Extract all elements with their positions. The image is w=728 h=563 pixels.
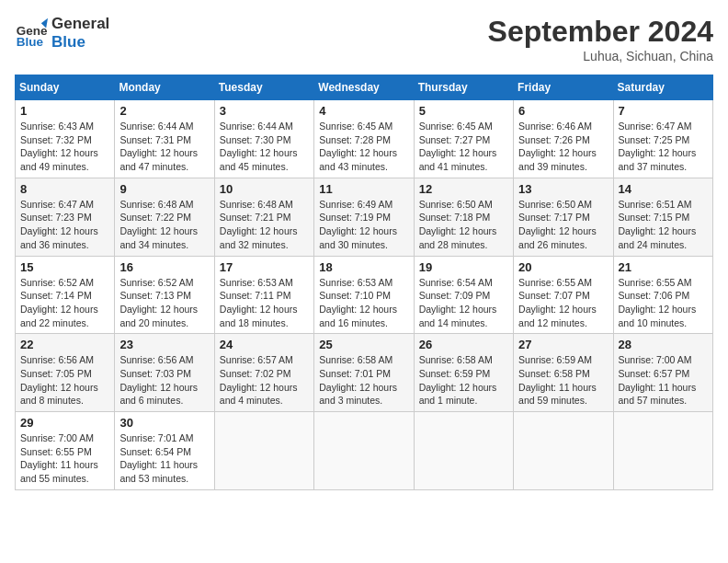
day-cell-27: 27Sunrise: 6:59 AMSunset: 6:58 PMDayligh…	[514, 334, 613, 412]
day-info: Sunrise: 6:43 AMSunset: 7:32 PMDaylight:…	[20, 120, 109, 174]
logo-blue: Blue	[51, 33, 109, 52]
day-info: Sunrise: 7:01 AMSunset: 6:54 PMDaylight:…	[119, 431, 209, 486]
col-header-sunday: Sunday	[16, 75, 115, 100]
day-number: 13	[518, 182, 608, 196]
day-info: Sunrise: 6:50 AMSunset: 7:18 PMDaylight:…	[419, 198, 508, 252]
day-info: Sunrise: 6:52 AMSunset: 7:13 PMDaylight:…	[119, 276, 209, 330]
day-cell-26: 26Sunrise: 6:58 AMSunset: 6:59 PMDayligh…	[414, 334, 513, 412]
col-header-thursday: Thursday	[414, 75, 513, 100]
day-number: 22	[20, 338, 109, 351]
day-number: 19	[419, 260, 508, 274]
empty-cell	[314, 412, 414, 490]
day-number: 9	[119, 182, 209, 196]
calendar-row: 15Sunrise: 6:52 AMSunset: 7:14 PMDayligh…	[16, 256, 713, 334]
day-cell-4: 4Sunrise: 6:45 AMSunset: 7:28 PMDaylight…	[314, 100, 414, 178]
month-title: September 2024	[488, 15, 713, 49]
day-cell-15: 15Sunrise: 6:52 AMSunset: 7:14 PMDayligh…	[16, 256, 115, 334]
day-cell-6: 6Sunrise: 6:46 AMSunset: 7:26 PMDaylight…	[514, 100, 613, 178]
col-header-tuesday: Tuesday	[214, 75, 313, 100]
day-number: 23	[119, 338, 209, 351]
day-info: Sunrise: 6:45 AMSunset: 7:27 PMDaylight:…	[419, 120, 508, 174]
day-info: Sunrise: 6:53 AMSunset: 7:11 PMDaylight:…	[220, 276, 309, 330]
day-cell-3: 3Sunrise: 6:44 AMSunset: 7:30 PMDaylight…	[214, 100, 313, 178]
day-number: 28	[619, 338, 708, 351]
day-cell-22: 22Sunrise: 6:56 AMSunset: 7:05 PMDayligh…	[16, 334, 115, 412]
day-number: 10	[220, 182, 309, 196]
day-cell-16: 16Sunrise: 6:52 AMSunset: 7:13 PMDayligh…	[115, 256, 214, 334]
day-cell-17: 17Sunrise: 6:53 AMSunset: 7:11 PMDayligh…	[214, 256, 313, 334]
logo: General Blue General Blue	[15, 15, 109, 52]
empty-cell	[414, 412, 513, 490]
logo-icon: General Blue	[15, 17, 48, 50]
day-cell-5: 5Sunrise: 6:45 AMSunset: 7:27 PMDaylight…	[414, 100, 513, 178]
day-cell-9: 9Sunrise: 6:48 AMSunset: 7:22 PMDaylight…	[115, 178, 214, 256]
day-cell-23: 23Sunrise: 6:56 AMSunset: 7:03 PMDayligh…	[115, 334, 214, 412]
day-info: Sunrise: 6:58 AMSunset: 7:01 PMDaylight:…	[319, 353, 408, 408]
day-info: Sunrise: 6:53 AMSunset: 7:10 PMDaylight:…	[319, 276, 408, 330]
day-cell-24: 24Sunrise: 6:57 AMSunset: 7:02 PMDayligh…	[214, 334, 313, 412]
day-cell-30: 30Sunrise: 7:01 AMSunset: 6:54 PMDayligh…	[115, 412, 214, 490]
day-number: 29	[20, 416, 109, 430]
day-cell-13: 13Sunrise: 6:50 AMSunset: 7:17 PMDayligh…	[514, 178, 613, 256]
day-info: Sunrise: 6:50 AMSunset: 7:17 PMDaylight:…	[518, 198, 608, 252]
day-info: Sunrise: 6:48 AMSunset: 7:21 PMDaylight:…	[220, 198, 309, 252]
day-info: Sunrise: 6:49 AMSunset: 7:19 PMDaylight:…	[319, 198, 408, 252]
day-info: Sunrise: 6:51 AMSunset: 7:15 PMDaylight:…	[619, 198, 708, 252]
day-cell-10: 10Sunrise: 6:48 AMSunset: 7:21 PMDayligh…	[214, 178, 313, 256]
day-number: 17	[220, 260, 309, 274]
day-cell-28: 28Sunrise: 7:00 AMSunset: 6:57 PMDayligh…	[613, 334, 712, 412]
day-info: Sunrise: 6:56 AMSunset: 7:03 PMDaylight:…	[119, 353, 209, 408]
day-number: 15	[20, 260, 109, 274]
calendar-row: 8Sunrise: 6:47 AMSunset: 7:23 PMDaylight…	[16, 178, 713, 256]
day-cell-8: 8Sunrise: 6:47 AMSunset: 7:23 PMDaylight…	[16, 178, 115, 256]
calendar-row: 1Sunrise: 6:43 AMSunset: 7:32 PMDaylight…	[16, 100, 713, 178]
empty-cell	[514, 412, 613, 490]
day-info: Sunrise: 6:44 AMSunset: 7:30 PMDaylight:…	[220, 120, 309, 174]
day-info: Sunrise: 6:45 AMSunset: 7:28 PMDaylight:…	[319, 120, 408, 174]
day-number: 4	[319, 104, 408, 118]
svg-text:Blue: Blue	[17, 36, 44, 50]
day-number: 12	[419, 182, 508, 196]
page-header: General Blue General Blue September 2024…	[15, 15, 713, 63]
day-info: Sunrise: 6:59 AMSunset: 6:58 PMDaylight:…	[518, 353, 608, 408]
col-header-saturday: Saturday	[613, 75, 712, 100]
day-number: 8	[20, 182, 109, 196]
day-info: Sunrise: 6:47 AMSunset: 7:25 PMDaylight:…	[619, 120, 708, 174]
day-number: 3	[220, 104, 309, 118]
logo-general: General	[51, 15, 109, 33]
day-number: 25	[319, 338, 408, 351]
day-number: 16	[119, 260, 209, 274]
day-cell-20: 20Sunrise: 6:55 AMSunset: 7:07 PMDayligh…	[514, 256, 613, 334]
day-info: Sunrise: 6:52 AMSunset: 7:14 PMDaylight:…	[20, 276, 109, 330]
day-number: 6	[518, 104, 608, 118]
day-cell-21: 21Sunrise: 6:55 AMSunset: 7:06 PMDayligh…	[613, 256, 712, 334]
day-info: Sunrise: 6:56 AMSunset: 7:05 PMDaylight:…	[20, 353, 109, 408]
empty-cell	[613, 412, 712, 490]
day-cell-12: 12Sunrise: 6:50 AMSunset: 7:18 PMDayligh…	[414, 178, 513, 256]
day-info: Sunrise: 6:44 AMSunset: 7:31 PMDaylight:…	[119, 120, 209, 174]
day-cell-29: 29Sunrise: 7:00 AMSunset: 6:55 PMDayligh…	[16, 412, 115, 490]
col-header-friday: Friday	[514, 75, 613, 100]
day-info: Sunrise: 6:46 AMSunset: 7:26 PMDaylight:…	[518, 120, 608, 174]
day-info: Sunrise: 6:47 AMSunset: 7:23 PMDaylight:…	[20, 198, 109, 252]
day-info: Sunrise: 6:55 AMSunset: 7:07 PMDaylight:…	[518, 276, 608, 330]
header-row: SundayMondayTuesdayWednesdayThursdayFrid…	[16, 75, 713, 100]
day-number: 26	[419, 338, 508, 351]
day-info: Sunrise: 6:58 AMSunset: 6:59 PMDaylight:…	[419, 353, 508, 408]
day-info: Sunrise: 7:00 AMSunset: 6:57 PMDaylight:…	[619, 353, 708, 408]
day-info: Sunrise: 6:55 AMSunset: 7:06 PMDaylight:…	[619, 276, 708, 330]
calendar-row: 22Sunrise: 6:56 AMSunset: 7:05 PMDayligh…	[16, 334, 713, 412]
col-header-wednesday: Wednesday	[314, 75, 414, 100]
day-cell-25: 25Sunrise: 6:58 AMSunset: 7:01 PMDayligh…	[314, 334, 414, 412]
day-number: 5	[419, 104, 508, 118]
title-block: September 2024 Luhua, Sichuan, China	[488, 15, 713, 63]
day-info: Sunrise: 6:57 AMSunset: 7:02 PMDaylight:…	[220, 353, 309, 408]
day-number: 11	[319, 182, 408, 196]
calendar-table: SundayMondayTuesdayWednesdayThursdayFrid…	[15, 75, 713, 490]
location-subtitle: Luhua, Sichuan, China	[488, 49, 713, 63]
day-number: 1	[20, 104, 109, 118]
calendar-row: 29Sunrise: 7:00 AMSunset: 6:55 PMDayligh…	[16, 412, 713, 490]
col-header-monday: Monday	[115, 75, 214, 100]
day-info: Sunrise: 6:48 AMSunset: 7:22 PMDaylight:…	[119, 198, 209, 252]
day-cell-2: 2Sunrise: 6:44 AMSunset: 7:31 PMDaylight…	[115, 100, 214, 178]
